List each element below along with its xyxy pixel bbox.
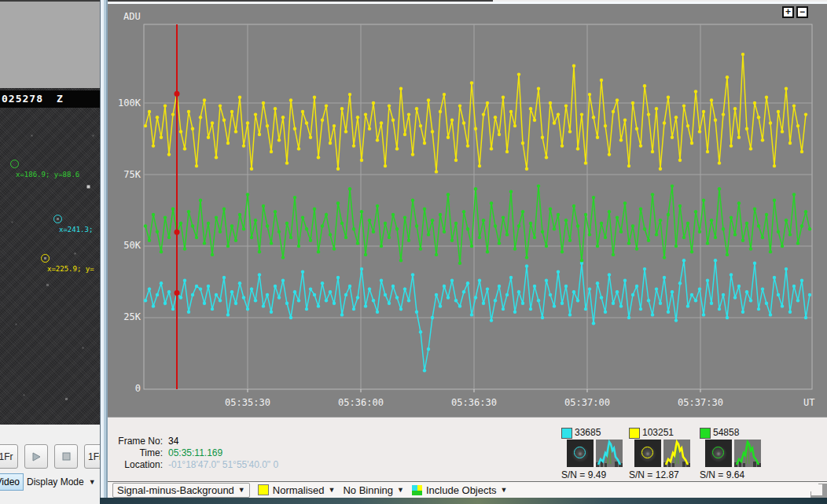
cyan-target-point [502,307,505,311]
green-target-point [509,190,513,193]
yellow-target-point [462,121,465,124]
green-target-marker[interactable] [10,160,19,168]
step-back-1fr-button[interactable]: 1Fr [0,444,18,469]
green-target-point [246,193,249,196]
yellow-target-point [494,116,497,119]
yellow-target-point [545,156,548,159]
cyan-target-marker[interactable] [53,215,62,223]
y-axis-title: ADU [123,11,141,22]
cyan-target-point [266,293,269,296]
cyan-target-point [537,299,540,302]
include-objects-dropdown[interactable]: Include Objects ▼ [412,484,508,496]
cyan-target-point [368,287,371,290]
green-target-point [372,230,375,234]
yellow-target-point [219,104,222,107]
background-window-top-edge [0,0,100,2]
zoom-out-button[interactable]: − [796,6,808,18]
green-target-point [391,213,395,216]
green-target-point [596,245,599,248]
yellow-target-point [714,119,717,122]
yellow-target-point [368,127,371,131]
cyan-target-point [348,285,351,288]
yellow-target-point [785,87,788,90]
yellow-target-marker[interactable] [41,254,50,263]
yellow-target-point [458,104,461,107]
binning-dropdown[interactable]: No Binning ▼ [343,484,404,496]
green-target-point [199,199,202,202]
green-target-point [674,245,678,248]
yellow-target-point [612,110,615,113]
display-mode-dropdown[interactable]: Display Mode ▼ [27,473,101,491]
yellow-target-point [757,116,760,119]
green-target-point [525,256,528,259]
green-target-point [612,253,615,256]
green-intensity-value: 54858 [713,427,739,438]
reduction-label: Signal-minus-Background [117,484,234,496]
include-objects-icon [412,485,422,495]
normalisation-dropdown[interactable]: Normalised ▼ [258,484,336,496]
vti-timestamp-overlay: 025278 Z [0,90,100,108]
yellow-target-point [588,93,591,96]
sn-value: 9.64 [726,469,744,480]
include-objects-label: Include Objects [426,484,497,496]
cyan-target-point [454,299,458,302]
cyan-target-point [439,304,442,307]
yellow-target-point [348,93,351,96]
green-target-point [631,224,634,227]
green-target-point [482,219,485,222]
cyan-target-point [639,307,642,311]
cyan-target-point [482,302,485,305]
yellow-target-point [773,164,776,167]
channel-text: Z [57,90,64,108]
sn-label: S/N = [561,469,585,480]
yellow-target-point [207,136,210,139]
cyan-target-point [525,264,528,267]
yellow-target-point [388,104,391,107]
cyan-target-point [788,311,792,314]
yellow-target-point [584,161,587,164]
stop-button[interactable] [54,444,78,469]
cyan-target-point [486,287,489,290]
green-target-point [447,193,450,196]
green-target-point [561,250,564,253]
green-target-point [588,233,591,236]
lightcurve-plot[interactable] [108,3,827,417]
resize-grip[interactable] [811,484,822,495]
yellow-series-swatch [629,428,640,439]
green-target-point [458,262,461,265]
play-button[interactable] [24,444,48,469]
cyan-target-point [199,287,202,290]
cyan-target-point [187,311,190,314]
reduction-dropdown[interactable]: Signal-minus-Background ▼ [112,483,250,498]
yellow-target-point [321,119,324,122]
green-target-point [207,222,210,225]
yellow-target-point [663,121,666,124]
green-target-point [364,253,367,256]
green-target-point [651,193,654,196]
zoom-in-button[interactable]: + [782,6,794,18]
frame-id-text: 025278 [2,90,43,108]
green-target-point [694,210,697,213]
green-target-point [549,208,552,211]
cyan-target-point [278,296,281,299]
cyan-series-swatch [561,428,572,439]
green-target-point [663,256,666,259]
green-target-point [242,227,245,230]
tab-video[interactable]: Video [0,473,24,491]
cyan-target-point [498,285,501,288]
green-target-point [215,215,218,219]
yellow-target-point [580,112,583,116]
cyan-target-point [376,311,379,314]
green-target-point [352,227,355,230]
yellow-target-point [274,107,277,110]
green-target-point [376,204,379,208]
video-frame-view[interactable] [0,88,100,425]
green-target-point [344,236,347,239]
yellow-target-point [270,150,273,153]
yellow-target-point [376,138,379,142]
cyan-target-marker-coords-label: x=241.3; [59,226,93,234]
cyan-target-point [706,279,709,282]
green-target-point [726,253,729,256]
yellow-target-point [655,107,658,110]
cyan-target-point [466,281,469,285]
